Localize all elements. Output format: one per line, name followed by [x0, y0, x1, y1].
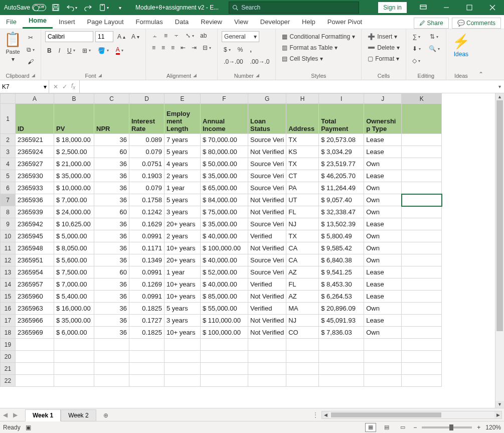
data-cell[interactable]: 0.1171 — [129, 242, 164, 254]
align-right-icon[interactable]: ≡ — [169, 43, 177, 52]
data-cell[interactable]: Not Verified — [248, 291, 286, 303]
data-cell[interactable]: 0.0991 — [129, 230, 164, 242]
data-cell[interactable] — [319, 375, 364, 387]
percent-icon[interactable]: % — [236, 45, 245, 54]
row-header[interactable]: 22 — [1, 375, 16, 387]
data-cell[interactable]: 36 — [94, 315, 129, 327]
data-cell[interactable]: PA — [286, 182, 319, 194]
decrease-indent-icon[interactable]: ⇤ — [179, 43, 188, 52]
data-cell[interactable] — [402, 351, 442, 363]
data-cell[interactable]: $ 21,000.00 — [54, 158, 94, 170]
fill-icon[interactable]: ⬇ ▾ — [410, 44, 423, 53]
data-cell[interactable]: Own — [364, 303, 402, 315]
data-cell[interactable]: 0.0991 — [129, 291, 164, 303]
data-cell[interactable]: 0.1727 — [129, 315, 164, 327]
data-cell[interactable] — [129, 363, 164, 375]
zoom-in-icon[interactable]: + — [477, 424, 480, 431]
data-cell[interactable] — [402, 375, 442, 387]
align-center-icon[interactable]: ≡ — [159, 43, 167, 52]
data-cell[interactable]: 1 year — [164, 182, 201, 194]
row-header[interactable]: 7 — [1, 194, 16, 206]
underline-icon[interactable]: U ▾ — [65, 46, 77, 55]
data-cell[interactable]: 20+ years — [164, 254, 201, 266]
data-cell[interactable]: Verified — [248, 303, 286, 315]
data-cell[interactable]: Own — [364, 242, 402, 254]
data-cell[interactable]: Lease — [364, 278, 402, 291]
data-cell[interactable] — [286, 339, 319, 351]
tab-developer[interactable]: Developer — [254, 16, 296, 29]
header-cell[interactable]: Address — [286, 104, 319, 134]
data-cell[interactable]: 2365957 — [16, 278, 54, 291]
data-cell[interactable]: Source Veri — [248, 170, 286, 182]
redo-icon[interactable] — [81, 1, 94, 14]
row-header[interactable]: 17 — [1, 315, 16, 327]
data-cell[interactable] — [319, 351, 364, 363]
row-header[interactable]: 16 — [1, 303, 16, 315]
conditional-formatting-button[interactable]: ▦Conditional Formatting▾ — [280, 32, 357, 41]
data-cell[interactable]: $ 7,836.03 — [319, 327, 364, 339]
view-page-break-icon[interactable]: ▭ — [397, 423, 408, 432]
header-cell[interactable]: Ownership Type — [364, 104, 402, 134]
data-cell[interactable]: 2365924 — [16, 146, 54, 158]
row-header[interactable]: 4 — [1, 158, 16, 170]
data-cell[interactable]: $ 7,500.00 — [54, 266, 94, 278]
data-cell[interactable]: 10+ years — [164, 242, 201, 254]
row-header[interactable]: 5 — [1, 170, 16, 182]
sort-filter-icon[interactable]: ⇅ ▾ — [428, 32, 440, 41]
data-cell[interactable] — [16, 351, 54, 363]
format-as-table-button[interactable]: ▥Format as Table▾ — [280, 43, 340, 52]
data-cell[interactable]: Source Veri — [248, 134, 286, 146]
zoom-handle[interactable] — [449, 424, 453, 430]
tab-pagelayout[interactable]: Page Layout — [81, 16, 130, 29]
data-cell[interactable] — [94, 339, 129, 351]
autosum-icon[interactable]: ∑ ▾ — [411, 32, 423, 41]
data-cell[interactable] — [16, 363, 54, 375]
data-cell[interactable]: 3 years — [164, 206, 201, 218]
scroll-down-icon[interactable]: ▼ — [495, 401, 504, 408]
format-cells-button[interactable]: ▢Format▾ — [366, 54, 401, 63]
spreadsheet[interactable]: ABCDEFGHIJK1IDPVNPRInterestRateEmploymen… — [0, 93, 442, 387]
data-cell[interactable] — [201, 339, 248, 351]
data-cell[interactable]: Lease — [364, 134, 402, 146]
data-cell[interactable] — [16, 375, 54, 387]
col-header[interactable]: K — [402, 94, 442, 104]
paste-button[interactable]: 📋 Paste ▾ — [4, 31, 22, 63]
data-cell[interactable] — [94, 363, 129, 375]
data-cell[interactable]: 2365969 — [16, 327, 54, 339]
data-cell[interactable]: 0.1629 — [129, 218, 164, 230]
tab-review[interactable]: Review — [195, 16, 228, 29]
data-cell[interactable]: Lease — [364, 315, 402, 327]
data-cell[interactable] — [164, 375, 201, 387]
data-cell[interactable] — [248, 339, 286, 351]
data-cell[interactable]: $ 100,000.00 — [201, 327, 248, 339]
row-header[interactable]: 20 — [1, 351, 16, 363]
ideas-button[interactable]: ⚡ Ideas — [450, 31, 472, 60]
row-header[interactable]: 11 — [1, 242, 16, 254]
currency-icon[interactable]: $ ▾ — [222, 45, 233, 54]
header-cell[interactable]: EmploymentLength — [164, 104, 201, 134]
data-cell[interactable]: $ 40,000.00 — [201, 230, 248, 242]
data-cell[interactable]: Verified — [248, 230, 286, 242]
tab-file[interactable]: File — [0, 16, 23, 29]
copy-icon[interactable]: ⧉ ▾ — [25, 45, 37, 54]
zoom-slider[interactable] — [422, 426, 472, 428]
data-cell[interactable] — [248, 351, 286, 363]
data-cell[interactable]: $ 6,000.00 — [54, 327, 94, 339]
header-cell[interactable]: ID — [16, 104, 54, 134]
data-cell[interactable] — [402, 182, 442, 194]
data-cell[interactable] — [402, 194, 442, 206]
next-sheet-icon[interactable]: ▶ — [10, 409, 20, 420]
data-cell[interactable] — [402, 291, 442, 303]
find-select-icon[interactable]: 🔍 ▾ — [427, 44, 442, 53]
data-cell[interactable]: Own — [364, 194, 402, 206]
scrollbar-thumb[interactable] — [331, 412, 441, 417]
data-cell[interactable] — [402, 206, 442, 218]
data-cell[interactable]: Lease — [364, 218, 402, 230]
data-cell[interactable] — [402, 363, 442, 375]
enter-formula-icon[interactable]: ✓ — [62, 83, 67, 90]
data-cell[interactable]: KS — [286, 146, 319, 158]
data-cell[interactable] — [319, 339, 364, 351]
data-cell[interactable] — [402, 218, 442, 230]
data-cell[interactable]: 36 — [94, 242, 129, 254]
col-header[interactable]: D — [129, 94, 164, 104]
